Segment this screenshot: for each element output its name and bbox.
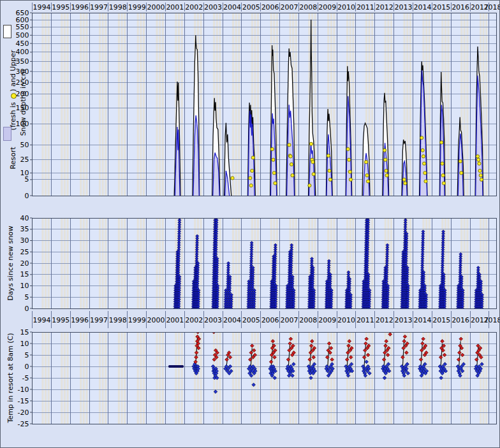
year-label-band: 1994199519961997199819992000200120022003…	[33, 3, 500, 11]
year-label: 1995	[52, 316, 70, 324]
fresh-snow-marker	[270, 147, 274, 150]
year-label: 1997	[90, 316, 108, 324]
fresh-snow-marker	[422, 155, 425, 158]
fresh-snow-marker	[346, 147, 349, 150]
year-label: 2005	[242, 3, 260, 11]
fresh-snow-marker	[274, 182, 277, 185]
y-tick-label: 40	[20, 214, 29, 222]
year-label: 2009	[318, 3, 336, 11]
legend-upper-label: ) and Upper	[9, 50, 17, 91]
fresh-snow-marker	[424, 180, 427, 183]
y-tick-label: 5	[25, 293, 29, 301]
year-label: 2000	[147, 3, 165, 11]
year-label: 2004	[223, 316, 241, 324]
year-label: 2013	[395, 316, 413, 324]
y-tick-label: 30	[20, 236, 29, 245]
fresh-snow-marker	[441, 174, 445, 177]
fresh-snow-marker	[288, 143, 291, 147]
fresh-snow-marker	[348, 158, 351, 161]
legend-resort-label: Resort	[9, 147, 17, 169]
year-label: 2014	[413, 316, 431, 324]
year-label: 2012	[376, 3, 393, 11]
fresh-snow-marker	[231, 177, 234, 180]
temp-y-axis: 151050-5-10-15-20-25	[18, 328, 33, 428]
fresh-snow-marker	[290, 163, 293, 166]
fresh-snow-marker	[479, 174, 482, 177]
fresh-snow-marker	[328, 178, 332, 181]
fresh-snow-marker	[420, 136, 423, 140]
fresh-snow-marker	[272, 158, 275, 161]
year-label: 1997	[90, 3, 108, 11]
year-label: 1996	[71, 316, 89, 324]
fresh-snow-marker	[404, 182, 407, 185]
year-label: 2002	[185, 3, 203, 11]
fresh-snow-marker	[477, 158, 480, 161]
fresh-snow-marker	[476, 155, 479, 158]
fresh-snow-marker	[249, 177, 252, 180]
year-label: 1994	[33, 316, 50, 324]
fresh-snow-marker	[423, 171, 427, 175]
year-label: 2008	[299, 316, 317, 324]
y-tick-label: 0	[25, 192, 29, 200]
fresh-snow-marker	[364, 161, 367, 164]
year-label: 2018	[483, 316, 500, 324]
snow-axis-title: Snow depths in cm	[18, 52, 29, 154]
year-label: 2007	[280, 3, 298, 11]
year-label: 1999	[128, 316, 146, 324]
fresh-snow-marker	[385, 169, 388, 172]
year-label: 1998	[109, 3, 127, 11]
resort-depth-swatch	[3, 127, 11, 141]
year-label: 2011	[357, 3, 374, 11]
y-tick-label: -25	[18, 420, 29, 428]
year-label: 2006	[261, 316, 279, 324]
year-label: 2004	[223, 3, 241, 11]
year-label: 2013	[395, 3, 413, 11]
year-label: 2015	[432, 316, 450, 324]
year-label: 2009	[318, 316, 336, 324]
days-axis-title: Days since new snow	[6, 218, 16, 308]
year-label: 2000	[147, 316, 165, 324]
year-label: 2001	[166, 316, 184, 324]
fresh-snow-marker	[272, 171, 276, 175]
year-label: 2003	[204, 3, 222, 11]
fresh-snow-marker	[402, 178, 406, 181]
fresh-snow-marker	[421, 148, 424, 152]
y-tick-label: 20	[20, 259, 29, 268]
fresh-snow-marker	[365, 174, 369, 177]
year-label: 1999	[128, 3, 146, 11]
temp-axis-title: Temp in resort at 8am (C)	[6, 324, 16, 432]
fresh-snow-marker	[440, 141, 443, 144]
y-tick-label: 650	[16, 9, 29, 17]
legend-fresh-label: (fresh is	[9, 102, 17, 130]
fresh-snow-marker	[327, 154, 330, 157]
fresh-snow-marker	[308, 184, 311, 187]
y-tick-label: 10	[20, 282, 29, 290]
year-label: 2005	[242, 316, 260, 324]
fresh-snow-marker	[384, 158, 387, 161]
y-tick-label: 10	[20, 340, 29, 348]
year-label: 2018	[483, 3, 500, 11]
y-tick-label: -20	[18, 408, 29, 417]
upper-depth-swatch	[3, 25, 11, 38]
y-tick-label: -10	[18, 386, 29, 394]
fresh-snow-marker	[251, 169, 254, 172]
year-label: 2010	[337, 3, 355, 11]
fresh-snow-marker	[480, 178, 483, 181]
fresh-snow-marker	[312, 173, 315, 176]
fresh-snow-marker	[249, 184, 253, 187]
year-label: 2002	[185, 316, 203, 324]
fresh-snow-marker	[460, 171, 463, 175]
days-y-axis: 0510152025303540	[20, 214, 33, 313]
year-label: 2012	[376, 316, 393, 324]
y-tick-label: 0	[25, 363, 29, 371]
fresh-snow-marker	[441, 162, 444, 165]
fresh-snow-marker	[478, 169, 482, 172]
fresh-snow-marker	[366, 180, 369, 183]
fresh-snow-dot-icon	[11, 93, 17, 99]
fresh-snow-marker	[423, 162, 426, 165]
year-label: 2001	[166, 3, 184, 11]
fresh-snow-marker	[309, 142, 312, 145]
fresh-snow-marker	[348, 170, 351, 173]
fresh-snow-marker	[289, 155, 292, 158]
year-label: 2014	[413, 3, 431, 11]
